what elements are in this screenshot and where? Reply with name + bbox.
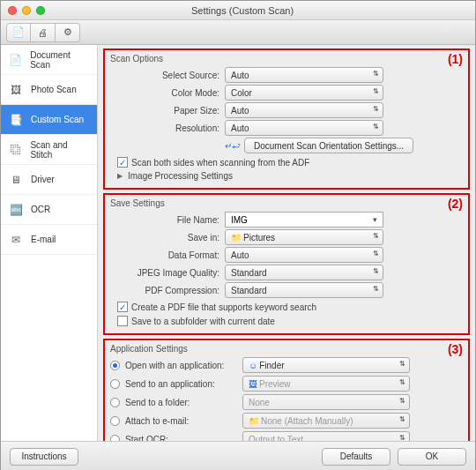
zoom-icon[interactable] [36,6,45,15]
jpeg-quality-label: JPEG Image Quality: [110,268,225,278]
folder-icon: 📁 [249,416,259,426]
body: 📄 Document Scan 🖼 Photo Scan 📑 Custom Sc… [1,45,475,441]
select-source-label: Select Source: [110,71,225,80]
custom-icon: 📑 [8,114,24,126]
radio-label: Start OCR: [125,435,168,442]
sidebar: 📄 Document Scan 🖼 Photo Scan 📑 Custom Sc… [1,45,98,441]
window-controls [1,6,45,15]
radio-label: Send to a folder: [125,398,190,407]
triangle-right-icon: ▶ [117,172,123,180]
sidebar-item-custom-scan[interactable]: 📑 Custom Scan [1,105,97,135]
defaults-button[interactable]: Defaults [322,448,390,466]
data-format-label: Data Format: [110,250,225,260]
send-to-application-dropdown[interactable]: 🖼Preview [242,376,410,392]
save-subfolder-checkbox[interactable]: Save to a subfolder with current date [117,316,463,326]
checkbox-label: Save to a subfolder with current date [131,317,275,326]
paper-size-label: Paper Size: [110,106,225,116]
toolbar-scan-from-computer-button[interactable]: 📄 [6,23,31,42]
titlebar: Settings (Custom Scan) [1,1,475,20]
select-source-dropdown[interactable]: Auto [225,67,383,83]
annotation-2: (2) [448,197,463,211]
section-save-settings: (2) Save Settings File Name: IMG▾ Save i… [103,193,470,335]
sidebar-item-photo-scan[interactable]: 🖼 Photo Scan [1,75,97,105]
ok-button[interactable]: OK [398,448,466,466]
sidebar-item-scan-and-stitch[interactable]: ⿻ Scan and Stitch [1,135,97,165]
jpeg-quality-dropdown[interactable]: Standard [225,265,383,280]
sidebar-item-email[interactable]: ✉ E-mail [1,225,97,255]
orientation-settings-button[interactable]: Document Scan Orientation Settings... [244,138,413,153]
checkbox-label: Scan both sides when scanning from the A… [131,158,309,168]
checkbox-label: Create a PDF file that supports keyword … [131,302,316,312]
radio-icon [110,435,120,442]
data-format-dropdown[interactable]: Auto [225,247,383,263]
minimize-icon[interactable] [22,6,31,15]
document-icon: 📄 [8,54,23,66]
create-pdf-checkbox[interactable]: ✓ Create a PDF file that supports keywor… [117,302,463,312]
sidebar-item-label: Document Scan [30,50,90,70]
ocr-icon: 🔤 [8,204,24,216]
radio-icon [110,379,120,389]
sidebar-item-ocr[interactable]: 🔤 OCR [1,195,97,225]
scan-both-sides-checkbox[interactable]: ✓ Scan both sides when scanning from the… [117,157,463,168]
start-ocr-dropdown[interactable]: Output to Text [242,431,410,441]
section-scan-options: (1) Scan Options Select Source: Auto Col… [103,48,470,190]
radio-icon [110,361,120,370]
email-icon: ✉ [8,234,24,246]
sidebar-item-label: Custom Scan [31,115,84,124]
sidebar-item-driver[interactable]: 🖥 Driver [1,165,97,195]
open-with-application-radio[interactable]: Open with an application: [110,361,242,370]
sidebar-item-label: Scan and Stitch [30,140,90,160]
start-ocr-radio[interactable]: Start OCR: [110,435,242,442]
pdf-compression-dropdown[interactable]: Standard [225,282,383,298]
footer: Instructions Defaults OK [1,441,475,470]
send-to-folder-radio[interactable]: Send to a folder: [110,398,242,407]
color-mode-label: Color Mode: [110,88,225,98]
section-application-settings: (3) Application Settings Open with an ap… [103,339,470,441]
checkbox-icon: ✓ [117,157,128,168]
file-name-input[interactable]: IMG▾ [225,212,383,228]
disclosure-label: Image Processing Settings [128,171,233,181]
section-title: Scan Options [110,54,463,63]
sidebar-item-label: Driver [31,175,55,184]
paper-size-dropdown[interactable]: Auto [225,102,383,118]
color-mode-dropdown[interactable]: Color [225,85,383,101]
save-in-dropdown[interactable]: 📁Pictures [225,229,383,245]
save-in-label: Save in: [110,233,225,242]
sidebar-item-label: Photo Scan [31,85,77,94]
toolbar-preferences-button[interactable]: ⚙ [56,23,80,42]
stitch-icon: ⿻ [8,144,23,156]
close-icon[interactable] [8,6,17,15]
radio-icon [110,416,120,426]
section-title: Save Settings [110,198,463,208]
image-processing-disclosure[interactable]: ▶ Image Processing Settings [117,171,463,181]
radio-label: Open with an application: [125,361,224,370]
content: (1) Scan Options Select Source: Auto Col… [98,45,475,441]
folder-icon: 📁 [231,233,242,242]
radio-icon [110,398,120,407]
window-title: Settings (Custom Scan) [45,5,440,16]
attach-to-email-dropdown[interactable]: 📁None (Attach Manually) [242,413,410,429]
open-with-application-dropdown[interactable]: ☺Finder [242,357,410,373]
resolution-dropdown[interactable]: Auto [225,120,383,136]
photo-icon: 🖼 [8,84,24,96]
orientation-icon: ↵⮐ [225,141,241,151]
chevron-down-icon[interactable]: ▾ [373,215,377,224]
send-to-folder-dropdown[interactable]: None [242,394,410,410]
instructions-button[interactable]: Instructions [10,448,78,466]
driver-icon: 🖥 [8,174,24,186]
attach-to-email-radio[interactable]: Attach to e-mail: [110,416,242,426]
checkbox-icon: ✓ [117,302,128,312]
annotation-1: (1) [448,52,463,66]
settings-window: Settings (Custom Scan) 📄 🖨 ⚙ 📄 Document … [0,0,476,470]
preview-icon: 🖼 [249,379,257,389]
send-to-application-radio[interactable]: Send to an application: [110,379,242,389]
sidebar-item-label: OCR [31,205,50,214]
file-name-label: File Name: [110,215,225,225]
sidebar-item-label: E-mail [31,235,56,244]
toolbar: 📄 🖨 ⚙ [1,20,475,45]
sidebar-item-document-scan[interactable]: 📄 Document Scan [1,45,97,75]
pdf-compression-label: PDF Compression: [110,286,225,295]
toolbar-scan-from-panel-button[interactable]: 🖨 [31,23,56,42]
radio-label: Send to an application: [125,379,215,389]
radio-label: Attach to e-mail: [125,416,189,426]
